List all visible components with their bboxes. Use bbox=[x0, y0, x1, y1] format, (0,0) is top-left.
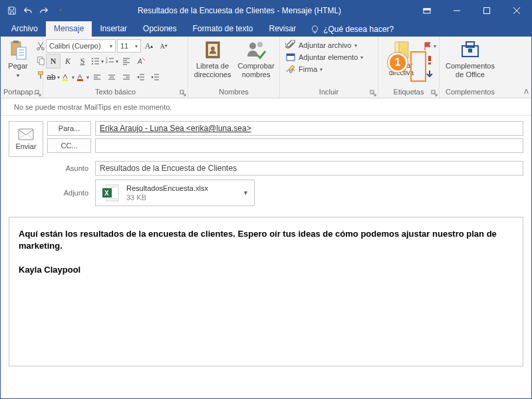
numbering-icon[interactable]: 12 bbox=[104, 54, 119, 68]
paste-icon bbox=[7, 39, 29, 61]
tab-options[interactable]: Opciones bbox=[135, 21, 185, 37]
align-right-icon[interactable] bbox=[119, 70, 134, 84]
svg-point-19 bbox=[92, 58, 93, 59]
tab-message[interactable]: Mensaje bbox=[46, 21, 92, 37]
attach-item-button[interactable]: Adjuntar elemento▾ bbox=[285, 52, 363, 63]
svg-rect-64 bbox=[428, 63, 431, 65]
address-book-button[interactable]: Libreta de direcciones bbox=[191, 38, 234, 80]
cc-field[interactable] bbox=[95, 138, 523, 153]
align-left-icon[interactable] bbox=[119, 54, 134, 68]
svg-rect-68 bbox=[468, 49, 472, 53]
attachment-filesize: 33 KB bbox=[126, 193, 208, 202]
group-names-label: Nombres bbox=[191, 86, 277, 98]
cc-button[interactable]: CC... bbox=[47, 138, 91, 153]
font-name-selector[interactable]: Calibri (Cuerpo)▾ bbox=[46, 39, 116, 53]
ribbon-tabs: Archivo Mensaje Insertar Opciones Format… bbox=[1, 20, 531, 37]
svg-rect-34 bbox=[63, 79, 68, 81]
send-button[interactable]: Enviar bbox=[9, 121, 43, 157]
svg-rect-63 bbox=[428, 56, 431, 61]
signature-icon bbox=[285, 64, 296, 74]
grow-font-icon[interactable]: A▴ bbox=[142, 39, 156, 53]
minimize-button[interactable] bbox=[442, 1, 471, 20]
increase-indent-icon[interactable] bbox=[148, 70, 163, 84]
svg-rect-8 bbox=[17, 47, 26, 59]
svg-text:2: 2 bbox=[106, 60, 108, 64]
svg-rect-17 bbox=[40, 74, 41, 78]
tab-insert[interactable]: Insertar bbox=[92, 21, 135, 37]
callout-marker: 1 bbox=[388, 53, 408, 72]
to-button[interactable]: Para... bbox=[47, 121, 91, 136]
highlight-icon[interactable] bbox=[61, 70, 75, 84]
attachment-item[interactable]: X ResultadosEncuesta.xlsx 33 KB ▼ bbox=[95, 180, 255, 206]
font-launcher[interactable] bbox=[180, 89, 186, 96]
attach-item-icon bbox=[285, 52, 296, 63]
group-addins-label: Complementos bbox=[442, 86, 498, 98]
decrease-indent-icon[interactable] bbox=[134, 70, 148, 84]
address-book-icon bbox=[202, 39, 223, 61]
attachment-filename: ResultadosEncuesta.xlsx bbox=[126, 184, 208, 193]
addins-icon bbox=[460, 39, 481, 61]
clipboard-launcher[interactable] bbox=[35, 89, 41, 96]
undo-icon[interactable] bbox=[21, 3, 35, 18]
svg-rect-7 bbox=[13, 41, 19, 43]
svg-rect-1 bbox=[424, 9, 430, 10]
ribbon: Pegar▾ Portapap… Calibri (Cuerpo)▾ 11▾ A… bbox=[1, 37, 531, 98]
clear-formatting-icon[interactable]: A bbox=[134, 54, 148, 68]
strikethrough-icon[interactable]: ab bbox=[46, 70, 61, 84]
attachment-dropdown-icon[interactable]: ▼ bbox=[243, 190, 249, 196]
body-paragraph: Aquí están los resultados de la encuesta… bbox=[19, 228, 513, 252]
attach-file-button[interactable]: Adjuntar archivo▾ bbox=[285, 40, 357, 51]
office-addins-button[interactable]: Complementos de Office bbox=[442, 38, 498, 80]
follow-up-icon[interactable] bbox=[423, 39, 436, 53]
message-body[interactable]: Aquí están los resultados de la encuesta… bbox=[9, 217, 523, 366]
redo-icon[interactable] bbox=[37, 3, 51, 18]
maximize-button[interactable] bbox=[471, 1, 501, 20]
window-title: Resultados de la Encuesta de Clientes - … bbox=[67, 6, 412, 15]
collapse-ribbon-icon[interactable]: ᐱ bbox=[524, 88, 529, 95]
align-center-icon[interactable] bbox=[104, 70, 119, 84]
group-font-label: Texto básico bbox=[46, 86, 185, 98]
svg-point-20 bbox=[92, 61, 93, 62]
paperclip-icon bbox=[285, 40, 296, 51]
svg-point-56 bbox=[249, 43, 256, 49]
italic-button[interactable]: K bbox=[61, 54, 75, 68]
check-names-button[interactable]: Comprobar nombres bbox=[235, 38, 277, 80]
bold-button[interactable]: N bbox=[46, 54, 61, 68]
check-names-icon bbox=[245, 39, 267, 61]
qat-customize-icon[interactable] bbox=[53, 3, 67, 18]
to-field[interactable]: Erika Araujo - Luna Sea <erika@luna.sea> bbox=[95, 121, 523, 136]
align-left2-icon[interactable] bbox=[90, 70, 104, 84]
svg-point-21 bbox=[92, 63, 93, 65]
group-include-label: Incluir bbox=[283, 86, 375, 98]
svg-rect-36 bbox=[77, 79, 83, 81]
svg-point-57 bbox=[257, 42, 263, 47]
shrink-font-icon[interactable]: A▾ bbox=[157, 39, 170, 53]
group-tags-label: Etiquetas bbox=[381, 86, 436, 98]
tell-me-search[interactable]: ¿Qué desea hacer? bbox=[304, 22, 400, 37]
signature-button[interactable]: Firma▾ bbox=[285, 64, 323, 74]
tab-file[interactable]: Archivo bbox=[3, 21, 46, 37]
attachment-label: Adjunto bbox=[47, 189, 91, 197]
callout-highlight bbox=[410, 51, 426, 82]
ribbon-display-icon[interactable] bbox=[412, 1, 442, 20]
send-icon bbox=[18, 128, 34, 140]
save-icon[interactable] bbox=[5, 3, 19, 18]
tab-format[interactable]: Formato de texto bbox=[185, 21, 261, 37]
excel-file-icon: X bbox=[101, 183, 121, 203]
underline-button[interactable]: S bbox=[75, 54, 90, 68]
paste-button[interactable]: Pegar▾ bbox=[3, 38, 33, 81]
bullets-icon[interactable] bbox=[90, 54, 104, 68]
subject-label: Asunto bbox=[47, 164, 91, 172]
svg-rect-69 bbox=[19, 129, 33, 140]
font-size-selector[interactable]: 11▾ bbox=[117, 39, 141, 53]
subject-field[interactable]: Resultados de la Encuesta de Clientes bbox=[95, 161, 523, 176]
close-button[interactable] bbox=[501, 1, 531, 20]
tags-launcher[interactable] bbox=[431, 89, 438, 96]
include-launcher[interactable] bbox=[370, 89, 376, 96]
font-color-icon[interactable]: A bbox=[75, 70, 90, 84]
title-bar: Resultados de la Encuesta de Clientes - … bbox=[1, 1, 531, 20]
svg-point-12 bbox=[37, 48, 40, 51]
tab-review[interactable]: Revisar bbox=[261, 21, 304, 37]
svg-text:A: A bbox=[137, 58, 142, 65]
svg-point-55 bbox=[211, 47, 215, 51]
